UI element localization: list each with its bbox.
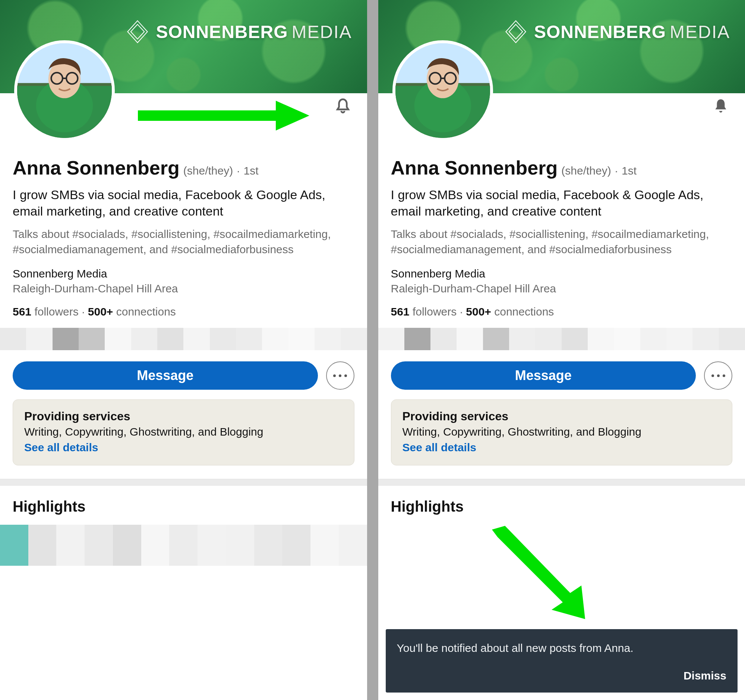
more-button[interactable] xyxy=(326,361,355,390)
profile-talks-about: Talks about #socialads, #sociallistening… xyxy=(13,227,355,257)
connection-degree: 1st xyxy=(244,165,259,177)
brand-logo-icon xyxy=(124,19,151,45)
services-card[interactable]: Providing services Writing, Copywriting,… xyxy=(13,399,355,465)
profile-location: Raleigh-Durham-Chapel Hill Area xyxy=(13,282,355,295)
profile-info: Anna Sonnenberg (she/they) · 1st I grow … xyxy=(378,119,745,318)
followers-count[interactable]: 561 xyxy=(391,306,410,318)
services-link[interactable]: See all details xyxy=(402,441,476,454)
notification-toast: You'll be notified about all new posts f… xyxy=(386,629,738,693)
services-link[interactable]: See all details xyxy=(24,441,98,454)
profile-pronouns: (she/they) xyxy=(561,165,611,177)
profile-pronouns: (she/they) xyxy=(183,165,233,177)
more-button[interactable] xyxy=(704,361,732,390)
brand-name-light: MEDIA xyxy=(292,22,352,42)
services-card[interactable]: Providing services Writing, Copywriting,… xyxy=(391,399,733,465)
profile-company: Sonnenberg Media xyxy=(13,267,355,280)
profile-stats: 561 followers · 500+ connections xyxy=(13,306,355,318)
svg-marker-17 xyxy=(276,101,309,130)
services-list: Writing, Copywriting, Ghostwriting, and … xyxy=(402,426,721,438)
connection-degree: 1st xyxy=(622,165,637,177)
message-button[interactable]: Message xyxy=(13,361,318,390)
profile-location: Raleigh-Durham-Chapel Hill Area xyxy=(391,282,733,295)
redacted-strip xyxy=(378,328,745,350)
toast-message: You'll be notified about all new posts f… xyxy=(397,642,727,655)
dismiss-button[interactable]: Dismiss xyxy=(397,669,727,682)
connections-count[interactable]: 500+ xyxy=(466,306,491,318)
profile-stats: 561 followers · 500+ connections xyxy=(391,306,733,318)
section-divider xyxy=(378,479,745,486)
section-divider xyxy=(0,479,367,486)
brand-logo-icon xyxy=(503,19,529,45)
brand-logo-block: SONNENBERG MEDIA xyxy=(124,19,352,45)
bell-icon[interactable] xyxy=(334,97,352,115)
profile-talks-about: Talks about #socialads, #sociallistening… xyxy=(391,227,733,257)
separator-dot: · xyxy=(615,165,618,177)
annotation-arrow-icon xyxy=(485,526,592,619)
brand-logo-block: SONNENBERG MEDIA xyxy=(503,19,730,45)
profile-name: Anna Sonnenberg xyxy=(13,157,180,179)
brand-name-strong: SONNENBERG xyxy=(534,22,666,42)
brand-name-strong: SONNENBERG xyxy=(156,22,288,42)
svg-rect-16 xyxy=(138,110,280,121)
profile-info: Anna Sonnenberg (she/they) · 1st I grow … xyxy=(0,119,367,318)
followers-count[interactable]: 561 xyxy=(13,306,31,318)
connections-count[interactable]: 500+ xyxy=(88,306,113,318)
profile-company: Sonnenberg Media xyxy=(391,267,733,280)
profile-headline: I grow SMBs via social media, Facebook &… xyxy=(391,186,733,219)
services-list: Writing, Copywriting, Ghostwriting, and … xyxy=(24,426,343,438)
profile-name: Anna Sonnenberg xyxy=(391,157,558,179)
avatar[interactable] xyxy=(14,40,115,141)
highlights-heading: Highlights xyxy=(13,498,355,515)
highlights-heading: Highlights xyxy=(391,498,733,515)
services-heading: Providing services xyxy=(402,409,721,423)
avatar[interactable] xyxy=(392,40,493,141)
svg-marker-18 xyxy=(492,526,585,619)
brand-name-light: MEDIA xyxy=(670,22,730,42)
message-button[interactable]: Message xyxy=(391,361,696,390)
profile-headline: I grow SMBs via social media, Facebook &… xyxy=(13,186,355,219)
services-heading: Providing services xyxy=(24,409,343,423)
redacted-strip xyxy=(0,328,367,350)
redacted-highlights xyxy=(0,525,367,566)
bell-icon[interactable] xyxy=(711,97,730,115)
annotation-arrow-icon xyxy=(138,101,309,130)
separator-dot: · xyxy=(237,165,239,177)
